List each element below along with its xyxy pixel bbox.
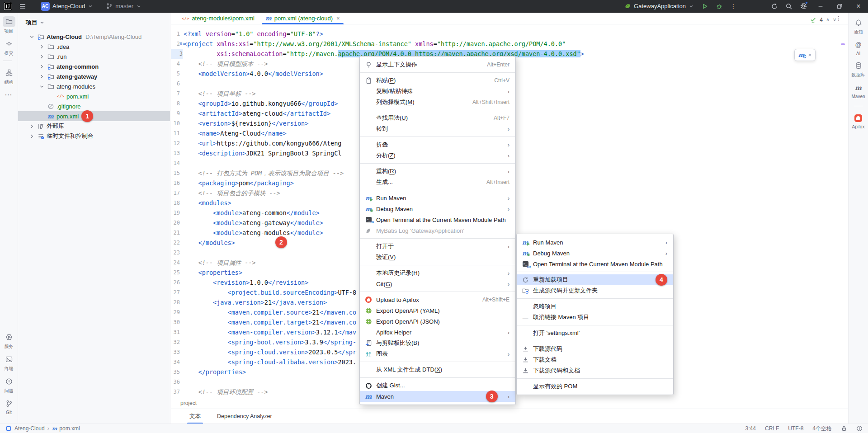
tree-item-.gitignore[interactable]: .gitignore (18, 101, 170, 111)
context-menu-item-Maven[interactable]: mMaven3› (360, 391, 515, 402)
tool-button-AI[interactable]: @AI (852, 39, 865, 56)
debug-button[interactable] (712, 0, 726, 12)
run-button[interactable] (698, 0, 712, 12)
maven-submenu-item-下载源代码和文档[interactable]: 下载源代码和文档 (517, 365, 673, 376)
run-configuration-widget[interactable]: GatewayApplication (621, 0, 698, 12)
next-problem-icon[interactable]: ∨ (833, 17, 836, 23)
tree-item-pom.xml[interactable]: </>pom.xml (18, 91, 170, 101)
context-menu-item-Upload to Apifox[interactable]: Upload to ApifoxAlt+Shift+E (360, 294, 515, 305)
context-menu-item-显示上下文操作[interactable]: 显示上下文操作Alt+Enter (360, 59, 515, 70)
chevron-right-icon[interactable] (37, 44, 46, 50)
tree-item-.run[interactable]: .run (18, 52, 170, 61)
chevron-right-icon[interactable] (27, 123, 36, 129)
settings-button[interactable] (796, 0, 811, 12)
bottom-tab-文本[interactable]: 文本 (187, 409, 203, 424)
chevron-right-icon[interactable] (37, 74, 46, 80)
prev-problem-icon[interactable]: ∧ (826, 17, 830, 23)
maven-submenu-item-打开 'settings.xml'[interactable]: 打开 'settings.xml' (517, 328, 673, 339)
tree-item-ateng-gateway[interactable]: ateng-gateway (18, 71, 170, 81)
tool-button-Apifox[interactable]: Apifox (852, 113, 865, 129)
search-everywhere-button[interactable] (782, 0, 796, 12)
status-caret-position[interactable]: 3:44 (745, 425, 756, 432)
context-menu-item-重构(R)[interactable]: 重构(R)› (360, 166, 515, 177)
lock-icon[interactable] (841, 425, 847, 432)
minimize-button[interactable] (811, 0, 830, 12)
tree-item-.idea[interactable]: .idea (18, 42, 170, 52)
editor-tab-pom.xml (ateng-cloud)[interactable]: mpom.xml (ateng-cloud)× (260, 13, 345, 24)
context-menu-item-分析(Z)[interactable]: 分析(Z)› (360, 150, 515, 161)
context-menu-item-Open Terminal at the Current Maven Module Path[interactable]: >_mOpen Terminal at the Current Maven Mo… (360, 214, 515, 225)
status-project-name[interactable]: Ateng-Cloud (14, 425, 45, 432)
maven-submenu-item-重新加载项目[interactable]: 重新加载项目4 (517, 274, 673, 285)
close-icon[interactable]: × (808, 52, 811, 58)
main-menu-button[interactable] (15, 0, 30, 12)
context-menu-item-Git(G)[interactable]: Git(G)› (360, 278, 515, 289)
context-menu-item-Export OpenAPI (JSON)[interactable]: Export OpenAPI (JSON) (360, 316, 515, 327)
status-indent-setting[interactable]: 4个空格 (812, 425, 832, 433)
sync-button[interactable] (767, 0, 782, 12)
context-menu-item-与剪贴板比较(B)[interactable]: 与剪贴板比较(B) (360, 338, 515, 348)
context-menu-item-转到[interactable]: 转到› (360, 123, 515, 134)
notifications-icon[interactable] (856, 425, 863, 432)
context-menu-item-Debug Maven[interactable]: mDebug Maven› (360, 203, 515, 214)
project-panel-header[interactable]: 项目 (18, 17, 170, 28)
maven-submenu-item-Debug Maven[interactable]: mDebug Maven› (517, 248, 673, 259)
context-menu-item-从 XML 文件生成 DTD(X)[interactable]: 从 XML 文件生成 DTD(X) (360, 364, 515, 375)
tree-item-pom.xml[interactable]: mpom.xml1 (18, 111, 170, 121)
bottom-tab-Dependency Analyzer[interactable]: Dependency Analyzer (215, 409, 274, 424)
context-menu-item-Apifox Helper[interactable]: Apifox Helper› (360, 327, 515, 338)
maven-submenu-item-忽略项目[interactable]: 忽略项目 (517, 301, 673, 312)
tool-button-问题[interactable]: 问题 (3, 376, 15, 394)
tool-button-通知[interactable]: 通知 (852, 17, 865, 35)
close-icon[interactable]: × (336, 15, 340, 22)
maven-submenu-item-生成源代码并更新文件夹[interactable]: 生成源代码并更新文件夹 (517, 285, 673, 296)
maven-reload-float-widget[interactable]: m × (794, 49, 816, 61)
status-file-encoding[interactable]: UTF-8 (788, 425, 803, 432)
context-menu-item-复制/粘贴特殊[interactable]: 复制/粘贴特殊› (360, 86, 515, 97)
context-menu-item-生成...[interactable]: 生成...Alt+Insert (360, 177, 515, 188)
maven-submenu-item-显示有效的 POM[interactable]: 显示有效的 POM (517, 381, 673, 392)
maven-submenu-item-下载文档[interactable]: 下载文档 (517, 354, 673, 365)
more-actions-button[interactable]: ⋮ (726, 0, 740, 12)
maven-submenu-item-取消链接 Maven 项目[interactable]: —取消链接 Maven 项目 (517, 312, 673, 323)
chevron-right-icon[interactable] (27, 133, 36, 139)
context-menu-item-折叠[interactable]: 折叠› (360, 139, 515, 150)
maven-submenu-item-下载源代码[interactable]: 下载源代码 (517, 344, 673, 354)
maven-submenu-item-Open Terminal at the Current Maven Module Path[interactable]: >_mOpen Terminal at the Current Maven Mo… (517, 259, 673, 269)
tree-item-临时文件和控制台[interactable]: 临时文件和控制台 (18, 131, 170, 141)
chevron-right-icon[interactable] (37, 54, 46, 60)
context-menu-item-Run Maven[interactable]: mRun Maven› (360, 193, 515, 203)
tool-button-提交[interactable]: 提交 (3, 38, 15, 56)
vcs-widget[interactable]: master (102, 0, 145, 12)
tree-item-外部库[interactable]: 外部库 (18, 121, 170, 131)
restore-button[interactable] (830, 0, 849, 12)
maven-download-icon[interactable]: m↓ (180, 39, 184, 49)
tree-item-ateng-modules[interactable]: ateng-modules (18, 81, 170, 91)
context-menu-item-本地历史记录(H)[interactable]: 本地历史记录(H)› (360, 268, 515, 278)
tool-button-数据库[interactable]: 数据库 (852, 60, 865, 78)
status-line-ending[interactable]: CRLF (765, 425, 779, 432)
tool-button-结构[interactable]: 结构 (3, 67, 15, 85)
tab-options-icon[interactable]: ⋮ (835, 15, 842, 22)
status-file-name[interactable]: pom.xml (59, 425, 80, 432)
tool-button-Maven[interactable]: mMaven (851, 82, 865, 99)
tool-button-Git[interactable]: Git (3, 398, 15, 415)
tree-item-ateng-common[interactable]: ateng-common (18, 61, 170, 71)
chevron-down-icon[interactable] (27, 34, 36, 40)
close-button[interactable]: × (849, 0, 868, 12)
maven-submenu-item-Run Maven[interactable]: mRun Maven› (517, 237, 673, 248)
context-menu-item-创建 Gist...[interactable]: 创建 Gist... (360, 380, 515, 391)
chevron-right-icon[interactable] (37, 64, 46, 70)
breadcrumb-element[interactable]: project (180, 400, 197, 406)
context-menu-item-验证(V)[interactable]: 验证(V) (360, 252, 515, 263)
inspections-widget[interactable]: 4 ∧ ∨ (810, 16, 836, 23)
context-menu-item-查找用法(U)[interactable]: 查找用法(U)Alt+F7 (360, 113, 515, 123)
editor-tab-ateng-modules\pom.xml[interactable]: </>ateng-modules\pom.xml (176, 13, 260, 24)
tool-button-服务[interactable]: 服务 (3, 332, 15, 350)
tool-button-项目[interactable]: 项目 (3, 16, 15, 34)
context-menu-item-打开于[interactable]: 打开于› (360, 241, 515, 252)
context-menu-item-粘贴(P)[interactable]: 粘贴(P)Ctrl+V (360, 75, 515, 86)
project-widget[interactable]: AC Ateng-Cloud (37, 0, 97, 12)
tool-button-终端[interactable]: 终端 (3, 354, 15, 372)
context-menu-item-图表[interactable]: 图表› (360, 348, 515, 359)
